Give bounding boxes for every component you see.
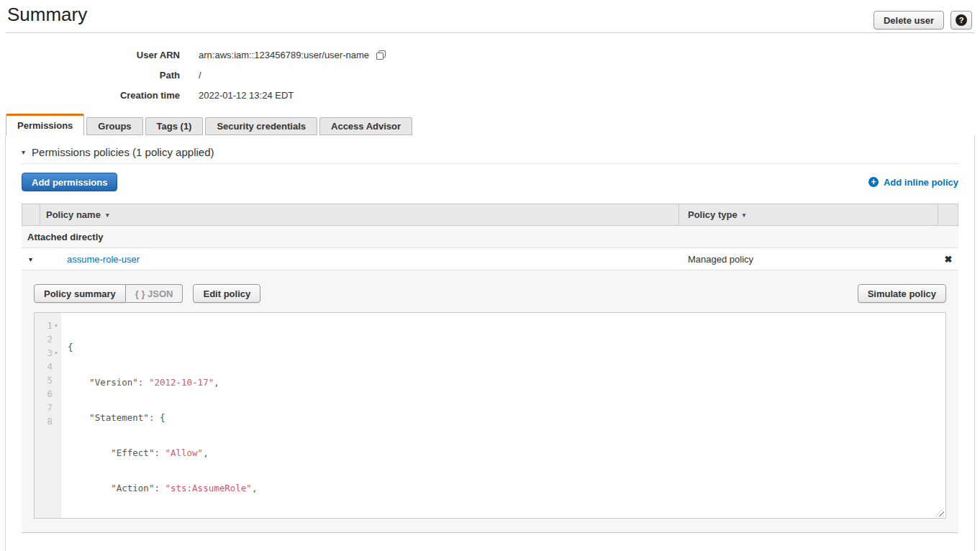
field-row-path: Path / bbox=[0, 65, 980, 85]
policy-table-row: ▾ assume-role-user Managed policy ✖ bbox=[22, 248, 958, 270]
page-title: Summary bbox=[7, 4, 87, 26]
user-arn-label: User ARN bbox=[0, 50, 180, 60]
json-view-button[interactable]: { } JSON bbox=[126, 284, 183, 303]
sort-caret-icon: ▾ bbox=[743, 211, 746, 219]
permissions-policies-title: Permissions policies (1 policy applied) bbox=[32, 146, 214, 158]
editor-resize-handle[interactable] bbox=[935, 508, 944, 516]
tab-permissions[interactable]: Permissions bbox=[6, 114, 84, 135]
code-line: "Resource": "arn:aws:iam::123456789:role… bbox=[68, 516, 387, 519]
simulate-policy-button[interactable]: Simulate policy bbox=[858, 284, 946, 303]
help-button[interactable]: ? bbox=[950, 11, 972, 29]
policy-summary-button[interactable]: Policy summary bbox=[34, 284, 126, 303]
policy-detail-panel: Policy summary { } JSON Edit policy Simu… bbox=[22, 270, 958, 533]
copy-icon bbox=[376, 50, 386, 60]
tab-access-advisor[interactable]: Access Advisor bbox=[319, 117, 412, 135]
add-inline-policy-label: Add inline policy bbox=[884, 177, 958, 188]
permissions-policies-section-toggle[interactable]: ▾ Permissions policies (1 policy applied… bbox=[22, 135, 958, 158]
policy-type-cell: Managed policy bbox=[679, 254, 938, 265]
field-row-user-arn: User ARN arn:aws:iam::123456789:user/use… bbox=[0, 45, 980, 65]
section-divider bbox=[22, 163, 958, 164]
policy-detail-toolbar: Policy summary { } JSON Edit policy Simu… bbox=[34, 284, 946, 303]
policy-view-button-group: Policy summary { } JSON bbox=[34, 284, 183, 303]
detach-policy-icon[interactable]: ✖ bbox=[945, 254, 953, 265]
expand-column-header bbox=[22, 204, 40, 225]
creation-time-value: 2022-01-12 13:24 EDT bbox=[199, 90, 294, 101]
section-caret-icon: ▾ bbox=[22, 148, 25, 156]
tab-tags[interactable]: Tags (1) bbox=[145, 117, 204, 135]
actions-column-header bbox=[938, 204, 958, 225]
summary-fields: User ARN arn:aws:iam::123456789:user/use… bbox=[0, 33, 980, 117]
policy-type-column-header[interactable]: Policy type ▾ bbox=[679, 204, 938, 225]
path-value: / bbox=[199, 70, 201, 81]
editor-code-area[interactable]: { "Version": "2012-10-17", "Statement": … bbox=[61, 313, 387, 518]
code-line: "Statement": { bbox=[68, 411, 387, 424]
plus-circle-icon: + bbox=[868, 177, 879, 187]
page-header: Summary Delete user ? bbox=[6, 0, 974, 33]
code-line: { bbox=[68, 340, 387, 354]
delete-user-button[interactable]: Delete user bbox=[874, 11, 944, 29]
header-buttons: Delete user ? bbox=[874, 11, 972, 29]
field-row-creation-time: Creation time 2022-01-12 13:24 EDT bbox=[0, 85, 980, 105]
edit-policy-button[interactable]: Edit policy bbox=[193, 284, 260, 303]
fold-caret-icon[interactable]: ▾ bbox=[53, 350, 60, 356]
help-icon: ? bbox=[956, 14, 967, 26]
path-label: Path bbox=[0, 70, 180, 81]
permissions-tab-content: ▾ Permissions policies (1 policy applied… bbox=[5, 135, 975, 551]
code-line: "Action": "sts:AssumeRole", bbox=[68, 481, 387, 495]
user-arn-value: arn:aws:iam::123456789:user/user-name bbox=[199, 50, 369, 60]
editor-line-number-gutter: 1▾ 2 3▾ 4 5 6 7 8 bbox=[35, 313, 61, 518]
attached-directly-group-row: Attached directly bbox=[22, 226, 958, 248]
fold-caret-icon[interactable]: ▾ bbox=[53, 322, 60, 329]
creation-time-label: Creation time bbox=[0, 90, 180, 101]
copy-arn-button[interactable] bbox=[376, 50, 386, 60]
code-line: "Effect": "Allow", bbox=[68, 446, 387, 460]
row-collapse-toggle[interactable]: ▾ bbox=[22, 255, 40, 263]
code-line: "Version": "2012-10-17", bbox=[68, 375, 387, 389]
sort-caret-icon: ▾ bbox=[106, 211, 109, 219]
policy-name-link[interactable]: assume-role-user bbox=[67, 254, 140, 265]
permissions-toolbar: Add permissions + Add inline policy bbox=[22, 173, 958, 191]
policy-table: Policy name ▾ Policy type ▾ Attached dir… bbox=[22, 204, 958, 533]
policy-name-column-header[interactable]: Policy name ▾ bbox=[40, 204, 679, 225]
tab-security-credentials[interactable]: Security credentials bbox=[205, 117, 317, 135]
tab-groups[interactable]: Groups bbox=[86, 117, 142, 135]
tab-bar: Permissions Groups Tags (1) Security cre… bbox=[6, 117, 980, 135]
policy-table-header: Policy name ▾ Policy type ▾ bbox=[22, 204, 958, 226]
row-caret-icon: ▾ bbox=[29, 255, 32, 263]
add-permissions-button[interactable]: Add permissions bbox=[22, 173, 117, 191]
json-code-editor[interactable]: 1▾ 2 3▾ 4 5 6 7 8 { "Version": "2012-10-… bbox=[34, 312, 946, 519]
add-inline-policy-link[interactable]: + Add inline policy bbox=[868, 177, 958, 188]
